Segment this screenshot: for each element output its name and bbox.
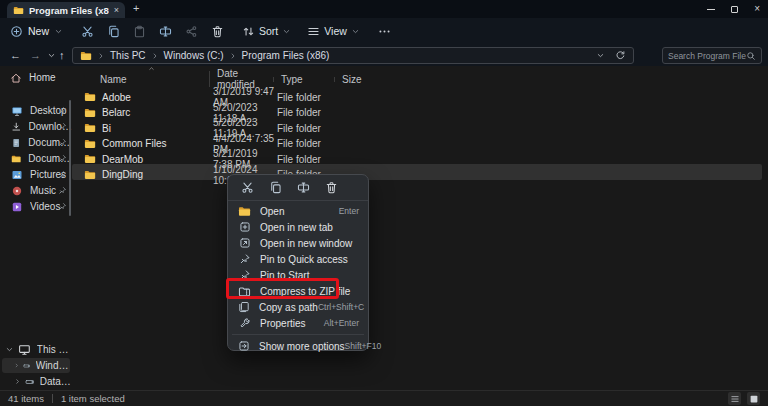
sidebar-scrollbar[interactable] [69, 100, 71, 216]
menu-item-properties[interactable]: Properties Alt+Enter [228, 315, 368, 331]
chevron-right-icon[interactable] [14, 361, 19, 370]
chevron-right-icon[interactable] [14, 377, 21, 386]
file-row-common-files[interactable]: Common Files 4/4/2024 7:35 PM File folde… [72, 133, 762, 149]
menu-item-compress-to-zip[interactable]: Compress to ZIP file [228, 283, 368, 299]
search-icon [746, 51, 756, 61]
minimize-icon[interactable] [707, 9, 715, 10]
sidebar-item-home[interactable]: Home [0, 70, 72, 85]
menu-item-open[interactable]: Open Enter [228, 203, 368, 219]
menu-item-open-in-new-tab[interactable]: Open in new tab [228, 219, 368, 235]
breadcrumb[interactable]: This PC Windows (C:) Program Files (x86) [72, 47, 634, 64]
sort-arrows-icon [242, 25, 255, 38]
search-input[interactable] [668, 51, 746, 61]
large-icons-view-toggle[interactable] [747, 392, 760, 405]
file-type: File folder [277, 123, 338, 134]
breadcrumb-windows-c[interactable]: Windows (C:) [164, 50, 224, 61]
menu-item-show-more-options[interactable]: Show more options Shift+F10 [228, 338, 368, 354]
menu-item-shortcut: Ctrl+Shift+C [318, 302, 364, 312]
file-row-bi[interactable]: Bi 5/20/2023 11:19 A... File folder [72, 117, 762, 133]
menu-item-open-in-new-window[interactable]: Open in new window [228, 235, 368, 251]
sidebar-item-data-d[interactable]: Data (D:) [0, 374, 72, 389]
zip-folder-icon [238, 285, 251, 298]
sidebar-item-pictures[interactable]: Pictures [0, 167, 72, 182]
rename-icon[interactable] [297, 181, 310, 194]
quick-actions [80, 25, 225, 38]
share-button[interactable] [184, 25, 199, 38]
new-button-label: New [28, 25, 49, 37]
refresh-icon[interactable] [615, 50, 626, 61]
details-view-toggle[interactable] [728, 392, 741, 405]
sidebar-item-windows-c[interactable]: Windows (C:) [0, 358, 72, 373]
chevron-right-icon [97, 52, 105, 60]
forward-button[interactable]: → [30, 48, 41, 62]
tab-close-icon[interactable]: × [114, 6, 119, 15]
folder-icon [80, 50, 92, 62]
breadcrumb-this-pc[interactable]: This PC [110, 50, 146, 61]
paste-icon [133, 25, 146, 38]
maximize-icon[interactable] [731, 6, 738, 13]
menu-item-pin-to-quick-access[interactable]: Pin to Quick access [228, 251, 368, 267]
sidebar-item-music[interactable]: Music [0, 183, 72, 198]
menu-item-label: Properties [260, 318, 306, 329]
column-header-size[interactable]: Size [338, 74, 762, 85]
folder-icon [13, 5, 24, 16]
menu-divider [232, 334, 364, 335]
file-row-belarc[interactable]: Belarc 5/20/2023 11:18 A... File folder [72, 102, 762, 118]
sidebar-item-downloads[interactable]: Downloads [0, 119, 72, 134]
chevron-down-icon [351, 27, 360, 36]
copy-button[interactable] [106, 25, 121, 38]
view-button[interactable]: View [307, 25, 360, 38]
recent-locations-chevron-icon[interactable] [47, 51, 56, 60]
copy-icon[interactable] [269, 181, 282, 194]
sidebar-item-label: This PC [37, 344, 72, 355]
breadcrumb-program-files[interactable]: Program Files (x86) [242, 50, 330, 61]
folder-icon [11, 153, 21, 165]
sidebar-item-videos[interactable]: Videos [0, 199, 72, 214]
file-row-dingding[interactable]: DingDing 1/10/2024 10:06 A... File folde… [72, 164, 762, 180]
file-name: DingDing [102, 169, 143, 180]
up-button[interactable]: ↑ [59, 48, 65, 62]
menu-item-label: Open in new window [260, 238, 352, 249]
tab-bar: Program Files (x86) × + × [0, 0, 768, 18]
sidebar-item-documents-folder[interactable]: Documents [0, 151, 72, 166]
pin-icon [239, 269, 251, 281]
rename-button[interactable] [158, 25, 173, 38]
new-button[interactable]: New [10, 25, 63, 38]
new-tab-button[interactable]: + [133, 2, 139, 14]
paste-button[interactable] [132, 25, 147, 38]
chevron-right-icon [151, 52, 159, 60]
trash-icon[interactable] [325, 181, 338, 194]
show-more-icon [238, 340, 250, 352]
tab-program-files[interactable]: Program Files (x86) × [7, 2, 125, 18]
menu-item-copy-as-path[interactable]: Copy as path Ctrl+Shift+C [228, 299, 368, 315]
view-list-icon [307, 25, 320, 38]
file-row-dearmob[interactable]: DearMob 3/21/2019 7:38 PM File folder [72, 148, 762, 164]
pin-icon [58, 170, 67, 179]
menu-item-label: Copy as path [259, 302, 318, 313]
document-icon [11, 137, 21, 149]
ellipsis-icon [378, 25, 391, 38]
chevron-down-icon[interactable] [5, 345, 14, 354]
column-header-name[interactable]: Name [84, 74, 213, 85]
scissors-icon[interactable] [241, 181, 254, 194]
context-menu-items: Open Enter Open in new tab Open in new w… [228, 201, 368, 354]
cut-button[interactable] [80, 25, 95, 38]
file-row-adobe[interactable]: Adobe 3/1/2019 9:47 AM File folder [72, 86, 762, 102]
sidebar-item-documents[interactable]: Documents [0, 135, 72, 150]
search-box[interactable] [662, 47, 762, 64]
video-icon [11, 201, 23, 213]
sort-button[interactable]: Sort [242, 25, 291, 38]
close-icon[interactable]: × [754, 4, 760, 14]
menu-item-label: Pin to Start [260, 270, 309, 281]
delete-button[interactable] [210, 25, 225, 38]
back-button[interactable]: ← [10, 48, 21, 62]
menu-item-pin-to-start[interactable]: Pin to Start [228, 267, 368, 283]
context-menu: Open Enter Open in new tab Open in new w… [227, 174, 369, 351]
status-bar: 41 items 1 item selected [0, 390, 768, 406]
more-options-button[interactable] [378, 25, 391, 38]
sidebar-item-desktop[interactable]: Desktop [0, 103, 72, 118]
sort-button-label: Sort [259, 25, 278, 37]
sidebar-item-this-pc[interactable]: This PC [0, 342, 72, 357]
column-header-type[interactable]: Type [277, 74, 338, 85]
address-dropdown-chevron-icon[interactable] [596, 51, 605, 60]
